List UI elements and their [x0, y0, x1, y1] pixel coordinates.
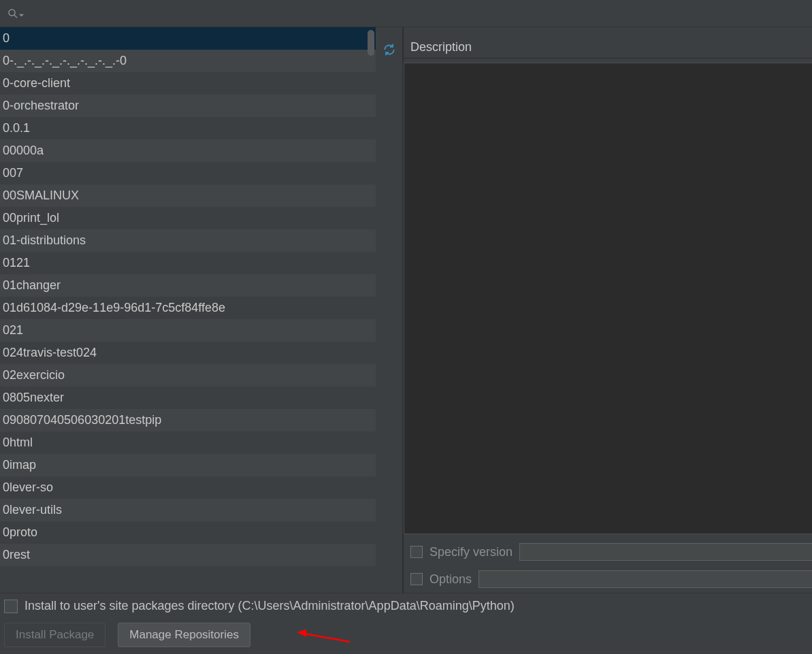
install-package-button[interactable]: Install Package	[4, 623, 105, 647]
package-row[interactable]: 021	[0, 319, 376, 342]
specify-version-checkbox[interactable]	[410, 546, 423, 558]
package-row[interactable]: 0121	[0, 252, 376, 274]
manage-repositories-button[interactable]: Manage Repositories	[118, 623, 250, 647]
package-row[interactable]: 0rest	[0, 544, 376, 566]
package-row[interactable]: 0805nexter	[0, 387, 376, 409]
package-row[interactable]: 0.0.1	[0, 117, 376, 140]
package-row[interactable]: 00print_lol	[0, 207, 376, 229]
options-checkbox[interactable]	[410, 573, 423, 585]
refresh-icon[interactable]	[379, 39, 400, 60]
main-content: 00-._.-._.-._.-._.-._.-._.-00-core-clien…	[0, 27, 812, 593]
description-header: Description	[404, 37, 812, 59]
specify-version-row: Specify version	[404, 538, 812, 566]
package-list[interactable]: 00-._.-._.-._.-._.-._.-._.-00-core-clien…	[0, 27, 376, 593]
scrollbar-thumb[interactable]	[368, 30, 374, 56]
search-bar	[0, 0, 812, 27]
specify-version-label: Specify version	[429, 545, 513, 559]
install-to-user-row: Install to user's site packages director…	[4, 599, 808, 613]
package-row[interactable]: 0html	[0, 431, 376, 454]
annotation-arrow-icon	[297, 627, 351, 649]
package-row[interactable]: 0	[0, 27, 376, 50]
button-row: Install Package Manage Repositories	[4, 623, 808, 647]
package-row[interactable]: 0-orchestrator	[0, 95, 376, 117]
package-row[interactable]: 0lever-so	[0, 476, 376, 499]
package-row[interactable]: 007	[0, 162, 376, 184]
refresh-column	[376, 27, 403, 593]
details-panel: Description Specify version Options	[403, 27, 812, 593]
package-row[interactable]: 0-._.-._.-._.-._.-._.-._.-0	[0, 50, 376, 72]
svg-line-1	[14, 15, 17, 18]
package-row[interactable]: 00SMALINUX	[0, 184, 376, 207]
options-row: Options	[404, 566, 812, 593]
package-row[interactable]: 01-distributions	[0, 229, 376, 252]
specify-version-input[interactable]	[519, 543, 812, 561]
package-row[interactable]: 01changer	[0, 274, 376, 297]
package-row[interactable]: 024travis-test024	[0, 342, 376, 364]
options-input[interactable]	[478, 570, 812, 588]
options-label: Options	[429, 572, 472, 587]
bottom-bar: Install to user's site packages director…	[0, 593, 812, 654]
search-input[interactable]	[29, 5, 809, 22]
svg-line-2	[304, 634, 350, 642]
install-to-user-checkbox[interactable]	[4, 600, 18, 613]
svg-point-0	[9, 10, 15, 16]
svg-marker-3	[297, 630, 306, 637]
package-row[interactable]: 02exercicio	[0, 364, 376, 387]
package-row[interactable]: 090807040506030201testpip	[0, 409, 376, 431]
package-row[interactable]: 0lever-utils	[0, 499, 376, 521]
install-to-user-label: Install to user's site packages director…	[25, 599, 515, 613]
package-row[interactable]: 01d61084-d29e-11e9-96d1-7c5cf84ffe8e	[0, 297, 376, 319]
package-row[interactable]: 00000a	[0, 140, 376, 162]
package-list-panel: 00-._.-._.-._.-._.-._.-._.-00-core-clien…	[0, 27, 376, 593]
package-row[interactable]: 0-core-client	[0, 72, 376, 95]
package-row[interactable]: 0proto	[0, 521, 376, 544]
description-body	[404, 63, 812, 534]
search-icon[interactable]	[3, 7, 29, 20]
package-row[interactable]: 0imap	[0, 454, 376, 476]
